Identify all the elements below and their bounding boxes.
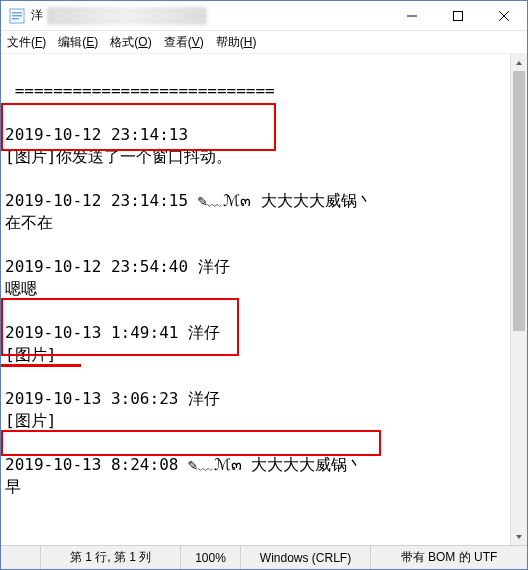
- minimize-button[interactable]: [389, 1, 435, 31]
- window-title: 洋: [31, 7, 43, 24]
- text-line: [图片]你发送了一个窗口抖动。: [5, 147, 232, 166]
- text-line: [5, 169, 15, 188]
- scroll-up-button[interactable]: [511, 54, 527, 71]
- close-button[interactable]: [481, 1, 527, 31]
- text-line: [图片]: [5, 345, 56, 364]
- status-position: 第 1 行, 第 1 列: [41, 546, 181, 569]
- status-encoding: 带有 BOM 的 UTF: [371, 546, 527, 569]
- menu-help[interactable]: 帮助(H): [216, 34, 257, 51]
- status-zoom: 100%: [181, 546, 241, 569]
- text-line: [图片]: [5, 411, 56, 430]
- text-line: [5, 367, 15, 386]
- text-line: ===========================: [5, 81, 275, 100]
- text-line: 2019-10-12 23:14:13: [5, 125, 188, 144]
- text-editor[interactable]: =========================== 2019-10-12 2…: [1, 54, 510, 545]
- vertical-scrollbar[interactable]: [510, 54, 527, 545]
- text-line: 2019-10-12 23:54:40 洋仔: [5, 257, 230, 276]
- menubar: 文件(F) 编辑(E) 格式(O) 查看(V) 帮助(H): [1, 31, 527, 53]
- text-line: 早: [5, 477, 21, 496]
- scroll-track[interactable]: [511, 71, 527, 528]
- content-area: =========================== 2019-10-12 2…: [1, 53, 527, 545]
- text-line: 在不在: [5, 213, 53, 232]
- scroll-down-button[interactable]: [511, 528, 527, 545]
- svg-rect-3: [12, 18, 19, 20]
- text-line: 2019-10-13 8:24:08 ✎﹏ℳ๓ 大大大大威锅丶: [5, 455, 363, 474]
- maximize-button[interactable]: [435, 1, 481, 31]
- text-line: 2019-10-13 1:49:41 洋仔: [5, 323, 220, 342]
- svg-rect-1: [12, 12, 22, 14]
- text-line: [5, 301, 15, 320]
- text-line: 2019-10-13 3:06:23 洋仔: [5, 389, 220, 408]
- menu-view[interactable]: 查看(V): [164, 34, 204, 51]
- titlebar: 洋: [1, 1, 527, 31]
- app-icon: [9, 8, 25, 24]
- text-line: 嗯嗯: [5, 279, 37, 298]
- text-line: [5, 235, 15, 254]
- menu-edit[interactable]: 编辑(E): [58, 34, 98, 51]
- window-title-blurred: [47, 7, 207, 25]
- statusbar: 第 1 行, 第 1 列 100% Windows (CRLF) 带有 BOM …: [1, 545, 527, 569]
- status-eol: Windows (CRLF): [241, 546, 371, 569]
- highlight-box-3: [1, 430, 381, 456]
- svg-rect-4: [454, 11, 463, 20]
- svg-rect-2: [12, 15, 22, 17]
- text-line: [5, 433, 15, 452]
- status-blank: [1, 546, 41, 569]
- menu-file[interactable]: 文件(F): [7, 34, 46, 51]
- menu-format[interactable]: 格式(O): [110, 34, 151, 51]
- text-line: [5, 103, 15, 122]
- scroll-thumb[interactable]: [513, 71, 525, 331]
- text-line: 2019-10-12 23:14:15 ✎﹏ℳ๓ 大大大大威锅丶: [5, 191, 373, 210]
